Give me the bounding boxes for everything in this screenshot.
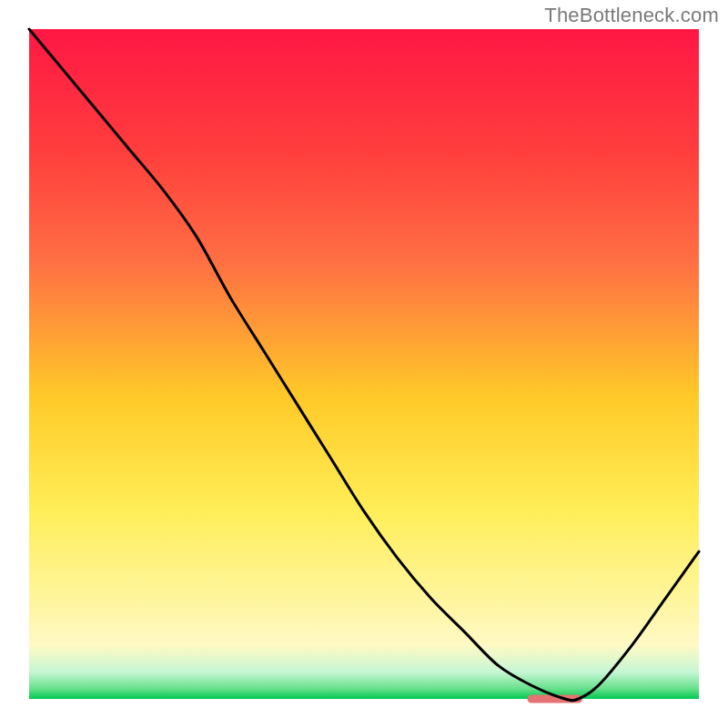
plot-background — [29, 29, 699, 699]
bottleneck-curve-chart — [0, 0, 728, 728]
chart-frame: TheBottleneck.com — [0, 0, 728, 728]
